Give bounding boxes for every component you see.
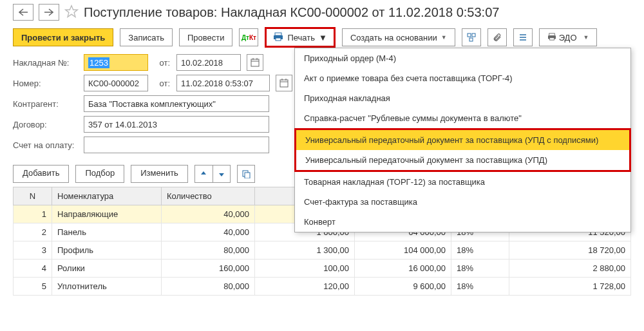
svg-rect-2 [276,38,281,41]
table-row[interactable]: 3Профиль80,0001 300,00104 000,0018%18 72… [14,241,631,260]
edo-button[interactable]: ЭДО ▼ [539,28,598,46]
dropdown-item[interactable]: Приходный ордер (М-4) [295,48,630,68]
cell-vat: 18% [451,278,509,296]
invoice-date-input[interactable]: 10.02.2018 [176,54,241,71]
svg-rect-11 [549,37,554,39]
copy-button[interactable] [237,165,255,183]
bill-input[interactable] [84,137,269,153]
dropdown-item[interactable]: Счет-фактура за поставщика [295,192,630,212]
dropdown-item-upd-signed[interactable]: Универсальный передаточный документ за п… [294,128,631,150]
cell-qty: 40,000 [162,205,255,223]
cell-item: Направляющие [52,205,162,223]
create-based-button[interactable]: Создать на основании ▼ [342,28,455,46]
col-item: Номенклатура [52,187,162,205]
chevron-down-icon: ▼ [583,34,589,41]
post-and-close-button[interactable]: Провести и закрыть [13,28,113,46]
add-row-button[interactable]: Добавить [13,165,69,183]
number-label: Номер: [13,79,77,88]
cell-vat-sum: 2 880,00 [509,260,631,278]
forward-button[interactable] [39,4,59,21]
table-row[interactable]: 5Уплотнитель80,000120,009 600,0018%1 728… [14,278,631,296]
cell-vat-sum: 18 720,00 [509,241,631,260]
svg-rect-9 [549,33,554,35]
dropdown-item[interactable]: Акт о приемке товара без счета поставщик… [295,68,630,88]
cell-n: 5 [14,278,52,296]
attachment-button[interactable] [488,28,507,46]
cell-sum: 104 000,00 [355,241,451,260]
svg-rect-12 [251,59,259,66]
back-button[interactable] [13,4,33,21]
number-input[interactable]: КС00-000002 [84,75,148,91]
number-date-input[interactable]: 11.02.2018 0:53:07 [176,75,270,91]
save-button[interactable]: Записать [120,28,173,46]
bill-label: Счет на оплату: [13,140,77,150]
table-row[interactable]: 4Ролики160,000100,0016 000,0018%2 880,00 [14,260,631,278]
svg-rect-16 [280,80,288,87]
invoice-no-label: Накладная №: [13,58,77,68]
chevron-down-icon: ▼ [441,34,447,41]
post-button[interactable]: Провести [179,28,233,46]
cell-price: 120,00 [255,278,355,296]
invoice-no-input[interactable]: 1253 [84,54,148,71]
edit-button[interactable]: Изменить [131,165,188,183]
cell-price: 1 300,00 [255,241,355,260]
number-date-label: от: [155,79,170,88]
col-n: N [14,187,52,205]
svg-rect-21 [245,173,250,178]
structure-button[interactable] [462,28,481,46]
page-title: Поступление товаров: Накладная КС00-0000… [84,5,499,20]
svg-rect-3 [468,33,471,37]
svg-rect-5 [469,38,473,41]
cell-item: Уплотнитель [52,278,162,296]
counterparty-label: Контрагент: [13,99,77,109]
cell-n: 3 [14,241,52,260]
print-dropdown: Приходный ордер (М-4) Акт о приемке това… [294,48,631,232]
favorite-icon[interactable] [64,5,79,21]
cell-n: 2 [14,223,52,241]
cell-sum: 9 600,00 [355,278,451,296]
print-button[interactable]: Печать ▼ [265,27,335,48]
cell-n: 1 [14,205,52,223]
move-down-button[interactable] [213,165,231,183]
contract-label: Договор: [13,120,77,129]
list-button[interactable] [513,28,533,46]
counterparty-input[interactable]: База "Поставка комплектующих" [84,95,269,112]
calendar-button[interactable] [247,54,263,71]
dtkt-button[interactable]: ДтКт [239,28,258,46]
select-button[interactable]: Подбор [75,165,124,183]
cell-vat-sum: 1 728,00 [509,278,631,296]
dropdown-item[interactable]: Приходная накладная [295,88,630,108]
cell-qty: 80,000 [162,278,255,296]
calendar-button[interactable] [276,75,292,91]
svg-rect-4 [472,33,475,37]
cell-qty: 160,000 [162,260,255,278]
dropdown-item[interactable]: Справка-расчет "Рублевые суммы документа… [295,108,630,128]
chevron-down-icon: ▼ [319,33,327,43]
move-up-button[interactable] [194,165,213,183]
cell-price: 100,00 [255,260,355,278]
col-qty: Количество [162,187,255,205]
cell-sum: 16 000,00 [355,260,451,278]
cell-vat: 18% [451,241,509,260]
printer-icon [273,32,283,43]
invoice-date-label: от: [155,58,170,68]
contract-input[interactable]: 357 от 14.01.2013 [84,116,269,133]
cell-n: 4 [14,260,52,278]
dropdown-item-upd[interactable]: Универсальный передаточный документ за п… [294,150,631,172]
cell-item: Профиль [52,241,162,260]
cell-item: Панель [52,223,162,241]
cell-vat: 18% [451,260,509,278]
dropdown-item[interactable]: Конверт [295,212,630,232]
cell-item: Ролики [52,260,162,278]
svg-rect-0 [275,33,281,35]
dropdown-item[interactable]: Товарная накладная (ТОРГ-12) за поставщи… [295,172,630,192]
cell-qty: 40,000 [162,223,255,241]
printer-icon [547,33,556,43]
cell-qty: 80,000 [162,241,255,260]
